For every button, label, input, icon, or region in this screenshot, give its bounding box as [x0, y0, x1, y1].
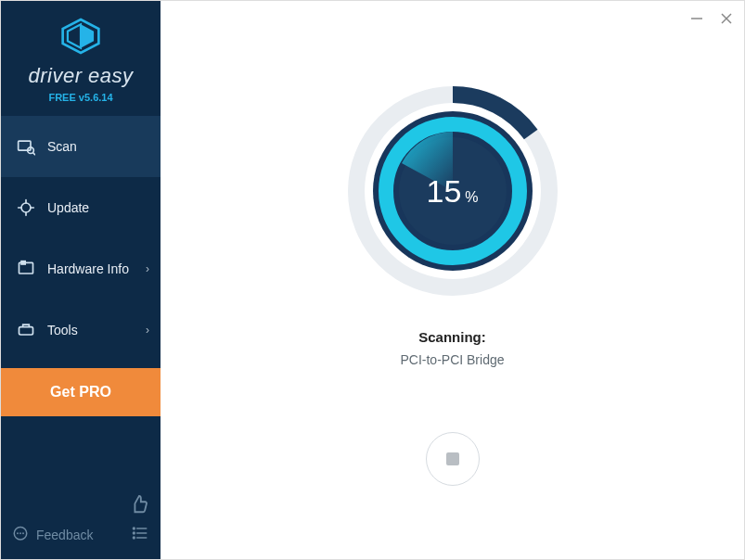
sidebar-footer: Feedback	[1, 485, 161, 559]
svg-point-11	[134, 532, 135, 534]
nav-label: Scan	[47, 139, 77, 154]
nav-label: Tools	[47, 323, 78, 337]
svg-rect-1	[19, 141, 31, 150]
svg-line-3	[33, 153, 36, 156]
svg-rect-7	[19, 327, 33, 335]
nav-label: Hardware Info	[47, 261, 129, 276]
svg-point-13	[134, 537, 135, 539]
percent-unit: %	[465, 189, 478, 206]
stop-button[interactable]	[426, 432, 480, 486]
nav-label: Update	[47, 200, 89, 215]
logo-icon	[60, 18, 101, 58]
main-panel: 15 % Scanning: PCI-to-PCI Bridge	[161, 1, 744, 559]
status-current-item: PCI-to-PCI Bridge	[400, 352, 504, 367]
progress-ring: 15 %	[346, 84, 559, 298]
branding: driver easy FREE v5.6.14	[1, 1, 161, 116]
status-label: Scanning:	[418, 329, 486, 345]
thumbs-up-icon[interactable]	[129, 494, 149, 518]
update-icon	[16, 198, 36, 217]
stop-icon	[446, 452, 459, 465]
scan-center: 15 % Scanning: PCI-to-PCI Bridge	[161, 1, 744, 486]
svg-point-4	[21, 203, 31, 212]
feedback-label: Feedback	[36, 528, 93, 542]
chevron-right-icon: ›	[146, 324, 149, 337]
chat-icon	[12, 526, 29, 545]
progress-percent: 15 %	[426, 173, 478, 210]
nav: Scan Update Hardware Info ›	[1, 116, 161, 361]
hardware-icon	[16, 260, 36, 278]
tools-icon	[16, 321, 36, 339]
menu-icon[interactable]	[131, 524, 149, 546]
minimize-button[interactable]	[687, 8, 707, 29]
percent-value: 15	[426, 173, 461, 210]
nav-item-scan[interactable]: Scan	[1, 116, 161, 177]
nav-item-update[interactable]: Update	[1, 177, 161, 238]
svg-rect-6	[21, 261, 25, 264]
get-pro-label: Get PRO	[50, 384, 111, 401]
nav-item-tools[interactable]: Tools ›	[1, 299, 161, 361]
nav-item-hardware-info[interactable]: Hardware Info ›	[1, 238, 161, 299]
svg-point-9	[134, 528, 135, 529]
chevron-right-icon: ›	[146, 262, 149, 275]
version-label: FREE v5.6.14	[48, 92, 112, 103]
get-pro-button[interactable]: Get PRO	[1, 368, 161, 416]
close-button[interactable]	[716, 8, 737, 29]
brand-name: driver easy	[28, 64, 133, 88]
window-controls	[687, 8, 737, 29]
sidebar: driver easy FREE v5.6.14 Scan Update	[1, 1, 161, 559]
scan-icon	[16, 137, 36, 156]
feedback-button[interactable]: Feedback	[12, 526, 93, 545]
